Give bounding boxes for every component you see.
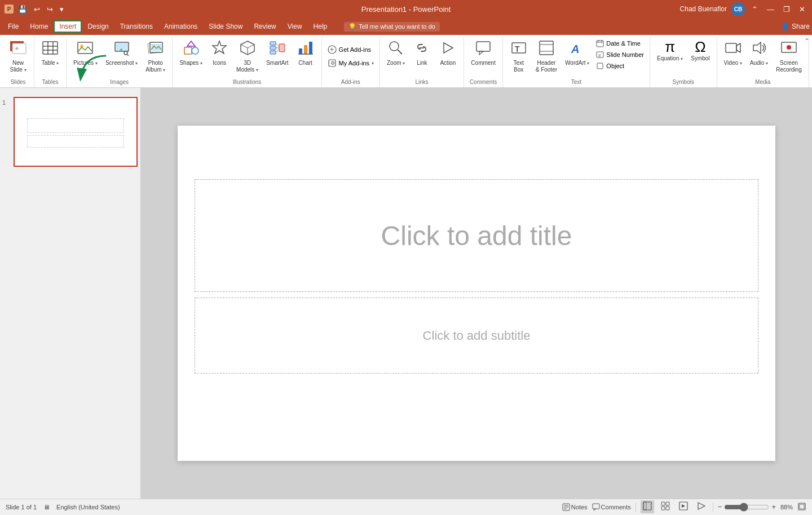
zoom-level[interactable]: 88% (780, 504, 793, 510)
ribbon-group-media: Video ▾ Audio ▾ (717, 37, 809, 87)
symbol-button[interactable]: Ω Symbol (687, 37, 713, 64)
photo-album-button[interactable]: PhotoAlbum ▾ (142, 37, 169, 76)
search-box[interactable]: 💡 Tell me what you want to do (344, 22, 440, 32)
audio-button[interactable]: Audio ▾ (747, 37, 771, 69)
slide-thumbnail[interactable] (14, 97, 138, 167)
save-button[interactable]: 💾 (16, 4, 29, 15)
shapes-icon (183, 39, 200, 59)
my-addins-button[interactable]: ⚙ My Add-ins ▾ (325, 57, 376, 69)
menu-help[interactable]: Help (308, 20, 333, 33)
action-button[interactable]: Action (435, 37, 460, 69)
comments-button[interactable]: Comments (592, 503, 631, 511)
svg-text:T: T (515, 45, 520, 54)
wordart-label: WordArt ▾ (565, 60, 589, 66)
slide-sorter-button[interactable] (659, 500, 672, 513)
zoom-in-button[interactable]: + (771, 503, 776, 511)
wordart-button[interactable]: A WordArt ▾ (562, 37, 593, 69)
menu-animations[interactable]: Animations (158, 20, 203, 33)
textbox-label: TextBox (514, 60, 524, 73)
header-footer-button[interactable]: Header& Footer (532, 37, 561, 76)
restore-button[interactable]: ❐ (781, 4, 792, 15)
photo-album-label: PhotoAlbum ▾ (145, 60, 165, 73)
close-button[interactable]: ✕ (797, 4, 807, 15)
wordart-icon: A (569, 39, 586, 59)
slide-canvas[interactable]: Click to add title Click to add subtitle (178, 126, 775, 461)
svg-line-25 (241, 45, 248, 48)
svg-marker-81 (682, 504, 685, 508)
minimize-button[interactable]: — (765, 4, 776, 15)
link-button[interactable]: Link (409, 37, 434, 69)
menu-file[interactable]: File (2, 20, 24, 33)
object-button[interactable]: Object (594, 61, 646, 71)
menu-transitions[interactable]: Transitions (114, 20, 158, 33)
slideshow-button[interactable] (695, 500, 708, 513)
ribbon-group-comments: Comment Comments (464, 37, 502, 87)
svg-rect-36 (304, 45, 307, 54)
undo-button[interactable]: ↩ (32, 4, 42, 15)
table-button[interactable]: Table ▾ (38, 37, 63, 69)
date-time-button[interactable]: Date & Time (594, 38, 646, 48)
pictures-button[interactable]: Pictures ▾ (70, 37, 101, 69)
svg-text:A: A (571, 43, 579, 55)
redo-button[interactable]: ↪ (45, 4, 55, 15)
shapes-button[interactable]: Shapes ▾ (176, 37, 206, 69)
reading-view-button[interactable] (677, 500, 690, 513)
svg-text:+: + (120, 47, 123, 53)
video-button[interactable]: Video ▾ (721, 37, 745, 69)
icons-button[interactable]: Icons (207, 37, 232, 69)
menu-home[interactable]: Home (24, 20, 54, 33)
slide-info: Slide 1 of 1 (6, 504, 37, 510)
3d-models-button[interactable]: 3DModels ▾ (233, 37, 262, 76)
shapes-label: Shapes ▾ (179, 60, 202, 66)
svg-line-34 (276, 49, 279, 52)
get-addins-button[interactable]: + Get Add-ins (325, 44, 373, 55)
comments-label: Comments (601, 504, 631, 510)
svg-rect-84 (800, 504, 804, 509)
equation-label: Equation ▾ (657, 55, 683, 62)
main-canvas: Click to add title Click to add subtitle (141, 88, 812, 499)
accessibility-icon[interactable]: 🖥 (43, 504, 50, 510)
fit-slide-button[interactable] (797, 502, 806, 512)
share-button[interactable]: 👤 Share (781, 23, 810, 30)
new-slide-button[interactable]: NewSlide ▾ (6, 37, 30, 76)
zoom-label: Zoom ▾ (387, 60, 405, 66)
comment-button[interactable]: Comment (467, 37, 498, 69)
ribbon-collapse-arrow[interactable]: ⌃ (804, 37, 810, 45)
title-placeholder[interactable]: Click to add title (195, 179, 758, 292)
photo-album-icon (147, 39, 164, 59)
menu-design[interactable]: Design (82, 20, 114, 33)
svg-rect-28 (270, 42, 276, 45)
textbox-button[interactable]: T TextBox (506, 37, 531, 76)
user-avatar[interactable]: CB (731, 2, 745, 16)
links-group-label: Links (383, 78, 460, 87)
slides-group-label: Slides (6, 78, 30, 87)
customize-button[interactable]: ▾ (58, 4, 66, 15)
chart-button[interactable]: Chart (293, 37, 318, 69)
zoom-button[interactable]: Zoom ▾ (383, 37, 408, 69)
menu-insert[interactable]: Insert (54, 20, 82, 33)
subtitle-placeholder[interactable]: Click to add subtitle (195, 298, 758, 374)
chart-icon (297, 39, 314, 59)
svg-marker-48 (479, 51, 483, 55)
zoom-slider[interactable] (724, 503, 769, 512)
equation-button[interactable]: π Equation ▾ (654, 37, 686, 64)
header-footer-label: Header& Footer (536, 60, 557, 73)
zoom-out-button[interactable]: − (718, 503, 722, 511)
status-bar: Slide 1 of 1 🖥 English (United States) N… (0, 499, 812, 514)
slide-number-label: Slide Number (606, 51, 644, 58)
svg-rect-77 (666, 502, 669, 505)
screen-recording-button[interactable]: ScreenRecording (773, 37, 805, 76)
screen-recording-label: ScreenRecording (776, 60, 802, 73)
screen-recording-icon (780, 39, 797, 59)
menu-slideshow[interactable]: Slide Show (203, 20, 248, 33)
menu-review[interactable]: Review (248, 20, 281, 33)
smartart-button[interactable]: SmartArt (263, 37, 292, 69)
notes-button[interactable]: Notes (562, 503, 588, 511)
screenshot-button[interactable]: + Screenshot ▾ (102, 37, 141, 69)
title-placeholder-text: Click to add title (381, 220, 572, 251)
normal-view-button[interactable] (641, 500, 654, 513)
smartart-label: SmartArt (266, 60, 288, 66)
menu-view[interactable]: View (282, 20, 308, 33)
ribbon-collapse-button[interactable]: ⌃ (749, 4, 760, 15)
slide-number-button[interactable]: # Slide Number (594, 50, 646, 60)
